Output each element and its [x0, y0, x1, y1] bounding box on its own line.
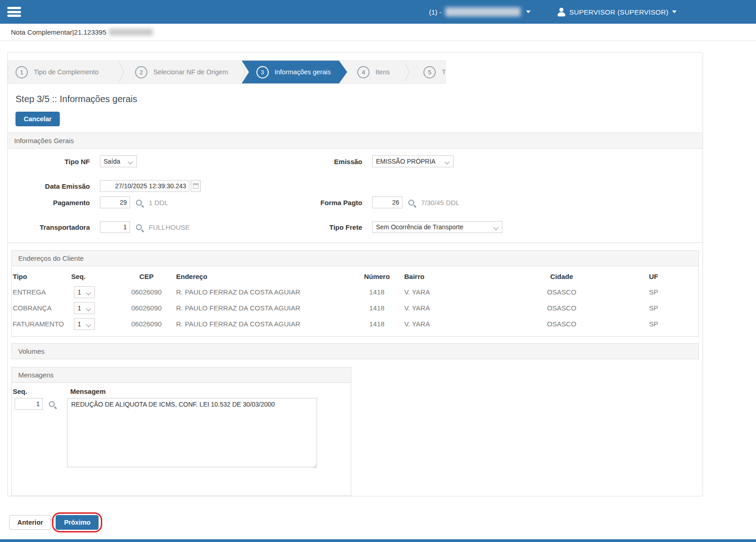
addr-row-uf: SP	[610, 284, 698, 300]
page-title: Nota Complementar|21.123395	[11, 28, 106, 36]
addr-row-bairro: V. YARA	[404, 300, 514, 316]
volumes-section: Volumes	[11, 343, 699, 359]
tipo-nf-select-control[interactable]: Saída	[100, 156, 136, 167]
data-emissao-label: Data Emissão	[8, 182, 90, 190]
forma-pagto-label: Forma Pagto	[278, 199, 362, 206]
col-cep: CEP	[117, 270, 176, 284]
addr-row-endereco: R. PAULO FERRAZ DA COSTA AGUIAR	[176, 316, 349, 332]
step-4-label: Itens	[375, 68, 390, 76]
message-search-icon[interactable]	[49, 401, 55, 407]
pagamento-input[interactable]	[100, 196, 130, 208]
tipo-frete-select: Sem Ocorrência de Transporte	[372, 221, 502, 233]
step-3-number: 3	[256, 66, 269, 78]
forma-pagto-description: 7/30/45 DDL	[421, 199, 459, 206]
messages-section: Mensagens Seq. Mensagem REDUÇÃO DE ALIQU…	[11, 367, 351, 496]
forma-pagto-search-icon[interactable]	[408, 200, 414, 206]
addr-row-cidade: OSASCO	[514, 300, 610, 316]
client-addresses-header: Endereços do Cliente	[12, 251, 699, 266]
user-icon	[557, 8, 565, 16]
pagamento-label: Pagamento	[8, 199, 90, 206]
addr-seq-select-control[interactable]: 1	[74, 319, 94, 330]
col-numero: Número	[349, 270, 404, 284]
footer-accent-bar	[0, 539, 756, 542]
addr-row-tipo: COBRANÇA	[13, 300, 71, 316]
addr-row-bairro: V. YARA	[404, 316, 514, 332]
company-dropdown-caret-icon[interactable]	[526, 10, 531, 13]
addr-row-endereco: R. PAULO FERRAZ DA COSTA AGUIAR	[176, 284, 349, 300]
col-cidade: Cidade	[514, 270, 610, 284]
forma-pagto-input[interactable]	[372, 196, 402, 208]
general-info-header: Informações Gerais	[8, 133, 703, 149]
company-name-redacted[interactable]	[445, 7, 521, 16]
addr-row-tipo: FATURAMENTO	[13, 316, 71, 332]
volumes-header[interactable]: Volumes	[12, 344, 699, 359]
pagamento-search-icon[interactable]	[136, 200, 142, 206]
calendar-button[interactable]	[191, 180, 201, 192]
emissao-select-control[interactable]: EMISSÃO PRÓPRIA	[373, 156, 453, 167]
addr-seq-select: 1	[74, 286, 95, 298]
wizard-step-5[interactable]: 5 Totais	[413, 61, 446, 83]
addr-row-bairro: V. YARA	[404, 284, 514, 300]
breadcrumb: Nota Complementar|21.123395	[0, 24, 756, 41]
step-wizard: 1 Tipo de Complemento 2 Selecionar NF de…	[8, 60, 446, 84]
transportadora-description: FULLHOUSE	[149, 223, 190, 231]
general-info-section: Informações Gerais Tipo NF Saída Emissão…	[8, 133, 703, 243]
col-seq: Seq.	[71, 270, 117, 284]
addr-row-endereco: R. PAULO FERRAZ DA COSTA AGUIAR	[176, 300, 349, 316]
message-textarea[interactable]: REDUÇÃO DE ALIQUOTA DE ICMS, CONF. LEI 1…	[67, 398, 317, 467]
addr-row-cep: 06026090	[117, 300, 176, 316]
addr-row-numero: 1418	[349, 300, 404, 316]
transportadora-label: Transportadora	[8, 223, 90, 231]
user-label: SUPERVISOR (SUPERVISOR)	[569, 8, 668, 16]
step-4-number: 4	[357, 66, 370, 78]
col-endereco: Endereço	[176, 270, 349, 284]
addresses-table: Tipo Seq. CEP Endereço Número Bairro Cid…	[13, 270, 698, 332]
step-1-number: 1	[16, 66, 28, 78]
emissao-select: EMISSÃO PRÓPRIA	[372, 155, 454, 167]
wizard-step-3-active[interactable]: 3 Informações gerais	[242, 61, 347, 83]
user-menu[interactable]: SUPERVISOR (SUPERVISOR)	[557, 8, 677, 16]
addr-row-cidade: OSASCO	[514, 316, 610, 332]
transportadora-search-icon[interactable]	[136, 224, 142, 230]
message-text-label: Mensagem	[70, 387, 106, 395]
step-separator	[406, 61, 413, 83]
hamburger-menu-icon[interactable]	[7, 6, 21, 18]
transportadora-input[interactable]	[100, 221, 130, 233]
top-navigation-bar: (1) - SUPERVISOR (SUPERVISOR)	[0, 0, 756, 24]
message-seq-label: Seq.	[12, 387, 70, 395]
wizard-step-4[interactable]: 4 Itens	[347, 61, 406, 83]
addr-seq-select-control[interactable]: 1	[74, 303, 94, 314]
step-3-label: Informações gerais	[275, 68, 331, 76]
cancel-button[interactable]: Cancelar	[16, 112, 60, 126]
wizard-step-1[interactable]: 1 Tipo de Complemento	[8, 61, 120, 83]
addr-seq-select: 1	[74, 318, 95, 330]
step-1-label: Tipo de Complemento	[34, 68, 99, 76]
main-content-panel: 1 Tipo de Complemento 2 Selecionar NF de…	[7, 52, 703, 496]
data-emissao-input[interactable]	[100, 180, 189, 192]
breadcrumb-redacted-text	[109, 29, 153, 36]
addr-seq-select-control[interactable]: 1	[74, 287, 94, 298]
step-5-label: Totais	[442, 68, 446, 76]
next-button[interactable]: Próximo	[56, 515, 99, 530]
step-2-label: Selecionar NF de Origem	[153, 68, 228, 76]
step-separator	[120, 61, 128, 83]
addr-row-numero: 1418	[349, 284, 404, 300]
addr-row-numero: 1418	[349, 316, 404, 332]
addr-seq-select: 1	[74, 302, 95, 314]
col-bairro: Bairro	[404, 270, 514, 284]
emissao-label: Emissão	[278, 158, 362, 165]
tipo-frete-label: Tipo Frete	[278, 223, 362, 231]
addr-row-cep: 06026090	[117, 284, 176, 300]
user-dropdown-caret-icon[interactable]	[672, 10, 677, 13]
topbar-right-cluster: (1) - SUPERVISOR (SUPERVISOR)	[429, 7, 677, 16]
previous-button[interactable]: Anterior	[9, 515, 51, 530]
tipo-frete-select-control[interactable]: Sem Ocorrência de Transporte	[373, 222, 502, 232]
step-2-number: 2	[135, 66, 147, 78]
message-seq-input[interactable]	[15, 398, 43, 410]
step-5-number: 5	[423, 66, 436, 78]
col-uf: UF	[610, 270, 698, 284]
step-heading: Step 3/5 :: Informações gerais	[16, 94, 703, 104]
tipo-nf-label: Tipo NF	[8, 158, 90, 165]
wizard-step-2[interactable]: 2 Selecionar NF de Origem	[128, 61, 242, 83]
pagamento-description: 1 DDL	[149, 199, 168, 206]
